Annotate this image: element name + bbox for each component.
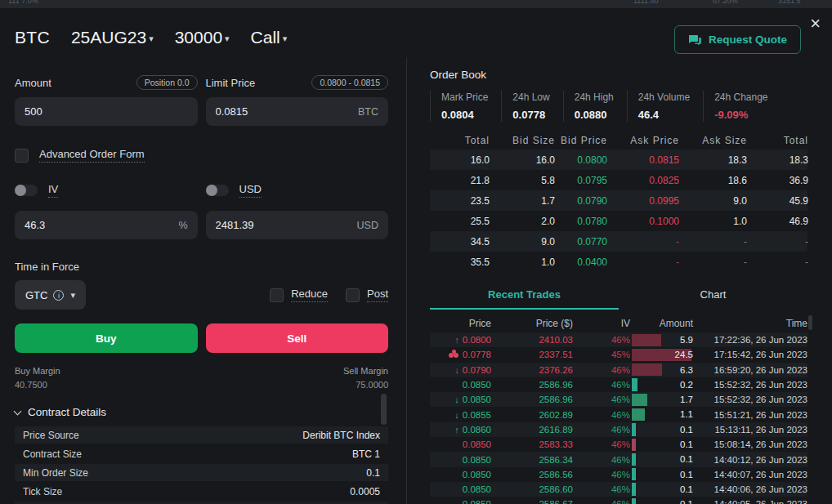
order-book-column-header: Total [430,135,490,146]
ask-size-cell: 18.3 [679,154,747,166]
order-book-row[interactable]: 16.016.00.08000.081518.318.3 [430,149,807,170]
advanced-order-form-label: Advanced Order Form [39,148,145,163]
usd-toggle-label: USD [239,183,262,198]
left-panel-scrollbar[interactable] [381,394,387,425]
trade-usd-cell: 2586.56 [491,470,573,479]
advanced-order-form-checkbox[interactable] [15,149,29,163]
trade-time-cell: 14:40:05, 26 Jun 2023 [693,499,807,504]
trades-scrollbar[interactable] [808,315,812,330]
time-in-force-label: Time in Force [15,261,388,273]
trades-column-header: IV [573,318,630,329]
iv-input[interactable] [25,219,172,231]
trade-price-cell: ↓0.0850 [430,395,491,404]
trade-price-value: 0.0850 [463,499,491,504]
bid-size-cell: 9.0 [490,236,555,248]
order-book-column-header: Ask Size [679,135,747,146]
ask-total-cell: 46.9 [747,216,808,227]
sell-margin-value: 75.0000 [343,380,388,390]
usd-input[interactable] [216,219,351,231]
block-trade-icon [449,350,459,359]
chevron-down-icon [14,407,22,415]
chevron-down-icon: ▾ [283,33,288,43]
amount-input[interactable] [25,105,188,118]
trade-usd-cell: 2586.67 [491,499,573,504]
trade-amount-value: 0.1 [630,452,693,466]
ask-size-cell: - [679,236,747,248]
reduce-checkbox[interactable] [270,288,284,302]
chevron-down-icon: ▾ [225,33,230,43]
order-book-row[interactable]: 21.85.80.07950.082518.636.9 [430,170,807,190]
trade-time-cell: 15:51:21, 26 Jun 2023 [693,410,807,420]
trade-price-value: 0.0850 [463,455,491,465]
toggle-knob [206,185,217,196]
ask-price-cell: 0.0995 [607,195,679,207]
limit-price-input[interactable] [216,105,352,118]
trade-amount-cell: 0.1 [630,467,693,482]
option-type-dropdown[interactable]: Call▾ [251,28,288,47]
iv-toggle[interactable] [15,185,38,196]
order-book-row[interactable]: 35.51.00.0400--- [430,252,807,272]
bid-total-cell: 34.5 [430,236,490,248]
price-range-badge: 0.0800 - 0.0815 [311,75,388,90]
iv-field-wrap: % [15,211,198,239]
reduce-label: Reduce [291,288,328,302]
buy-margin-value: 40.7500 [15,380,60,390]
order-book-row[interactable]: 34.59.00.0770--- [430,231,807,252]
background-page-strip: 111 7.0%1111.4007.20%3151.5 [0,0,832,8]
strike-dropdown[interactable]: 30000▾ [175,28,230,47]
trade-amount-cell: 0.1 [630,482,693,497]
contract-detail-value: 0.0005 [350,486,380,497]
bid-price-cell: 0.0795 [555,175,607,186]
order-book-row[interactable]: 25.52.00.07800.10001.046.9 [430,211,807,231]
contract-detail-label: Tick Size [23,486,62,497]
arrow-down-icon: ↓ [454,395,459,404]
trade-iv-cell: 46% [573,484,630,494]
tab-chart[interactable]: Chart [619,283,807,310]
trade-row: ↑0.08602616.8946%0.115:13:11, 26 Jun 202… [430,422,807,437]
ask-total-cell: - [747,256,808,268]
post-label: Post [367,288,388,302]
trade-amount-value: 1.1 [630,407,693,421]
request-quote-button[interactable]: Request Quote [674,25,801,54]
trade-iv-cell: 46% [573,365,630,375]
tab-recent-trades[interactable]: Recent Trades [430,283,619,310]
trade-price-cell: 0.0850 [430,380,491,390]
trade-price-value: 0.0790 [463,365,491,375]
expiry-dropdown[interactable]: 25AUG23▾ [71,28,154,47]
stat-value: 0.0880 [575,109,614,121]
iv-unit: % [178,220,187,231]
stat-item: 24h High0.0880 [563,91,627,122]
trade-row: ↑0.08002410.0346%5.917:22:36, 26 Jun 202… [430,332,807,347]
info-icon[interactable] [53,290,64,301]
order-form-panel: Amount Position 0.0 Limit Price 0.0800 -… [0,57,406,504]
buy-button[interactable]: Buy [15,323,198,353]
stat-item: Mark Price0.0804 [430,91,501,122]
usd-toggle[interactable] [206,185,229,196]
bid-total-cell: 25.5 [430,216,490,227]
contract-detail-row: Tick Size0.0005 [15,483,388,500]
contract-details-toggle[interactable]: Contract Details [15,406,388,418]
close-icon[interactable]: × [807,11,824,36]
bid-size-cell: 16.0 [490,154,555,166]
trade-time-cell: 15:08:14, 26 Jun 2023 [693,439,807,449]
trade-time-cell: 14:40:07, 26 Jun 2023 [693,470,807,479]
stat-item: 24h Volume46.4 [627,91,703,122]
trade-time-cell: 17:15:42, 26 Jun 2023 [693,350,807,359]
trade-amount-cell: 0.1 [630,497,693,504]
limit-price-field-wrap: BTC [206,97,389,126]
ask-price-cell: 0.1000 [607,216,679,227]
sell-margin-label: Sell Margin [343,366,388,376]
trade-usd-cell: 2410.03 [491,335,573,345]
stat-value: 0.0778 [512,109,549,121]
post-checkbox[interactable] [346,288,360,302]
contract-detail-row: Contract SizeBTC 1 [15,445,388,462]
trade-time-cell: 15:52:32, 26 Jun 2023 [693,395,807,404]
trade-price-cell: 0.0850 [430,470,491,479]
trade-iv-cell: 46% [573,470,630,479]
sell-button[interactable]: Sell [206,323,389,353]
time-in-force-dropdown[interactable]: GTC ▾ [15,280,86,310]
order-book-row[interactable]: 23.51.70.07900.09959.045.9 [430,190,807,211]
trade-row: 0.08502583.3346%0.115:08:14, 26 Jun 2023 [430,437,807,452]
stat-value: -9.09% [714,109,767,121]
trade-iv-cell: 46% [573,439,630,449]
